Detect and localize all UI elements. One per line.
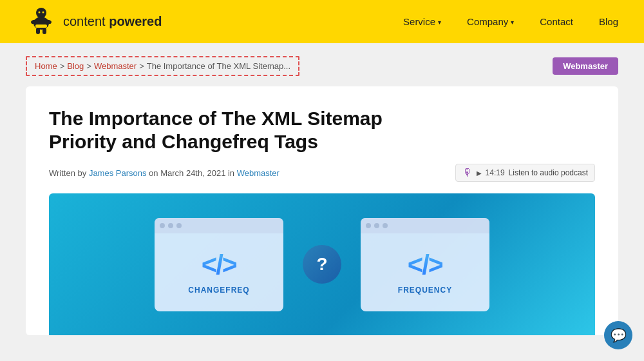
- article-card: The Importance of The XML Sitemap Priori…: [26, 86, 618, 335]
- svg-point-7: [43, 11, 44, 13]
- audio-player[interactable]: 🎙 ▶ 14:19 Listen to audio podcast: [455, 164, 595, 182]
- meta-text: Written by James Parsons on March 24th, …: [49, 168, 279, 178]
- breadcrumb-current: The Importance of The XML Sitemap...: [147, 61, 290, 71]
- dot-5: [374, 223, 379, 228]
- svg-rect-8: [35, 24, 47, 28]
- nav-contact[interactable]: Contact: [540, 16, 573, 27]
- card-body-2: </> FREQUENCY: [361, 233, 489, 311]
- nav-blog[interactable]: Blog: [599, 16, 618, 27]
- main-nav: Service ▾ Company ▾ Contact Blog: [403, 16, 618, 27]
- dot-4: [366, 223, 371, 228]
- breadcrumb-sep-3: >: [139, 61, 144, 71]
- breadcrumb-sep-1: >: [60, 61, 65, 71]
- header: content powered Service ▾ Company ▾ Cont…: [0, 0, 644, 43]
- breadcrumb-home[interactable]: Home: [35, 61, 57, 71]
- dot-6: [383, 223, 388, 228]
- svg-point-0: [36, 8, 46, 18]
- breadcrumb-sep-2: >: [86, 61, 91, 71]
- webmaster-tag-button[interactable]: Webmaster: [553, 57, 618, 75]
- chevron-down-icon: ▾: [438, 19, 441, 26]
- svg-point-6: [39, 11, 41, 13]
- breadcrumb: Home > Blog > Webmaster > The Importance…: [26, 56, 299, 76]
- breadcrumb-blog[interactable]: Blog: [67, 61, 84, 71]
- chat-bubble[interactable]: 💬: [604, 321, 632, 349]
- hero-image: </> CHANGEFREQ ? </> FREQUENCY: [49, 193, 595, 335]
- frequency-card: </> FREQUENCY: [361, 218, 489, 311]
- author-link[interactable]: James Parsons: [89, 168, 147, 178]
- logo-text: content powered: [63, 14, 162, 29]
- question-circle: ?: [303, 245, 341, 284]
- chevron-down-icon: ▾: [511, 19, 514, 26]
- card-label-2: FREQUENCY: [398, 286, 452, 295]
- nav-company[interactable]: Company ▾: [467, 16, 514, 27]
- logo[interactable]: content powered: [26, 6, 162, 37]
- category-link[interactable]: Webmaster: [237, 168, 279, 178]
- chat-icon: 💬: [611, 327, 627, 343]
- question-mark: ?: [316, 254, 327, 275]
- changefreq-card: </> CHANGEFREQ: [155, 218, 283, 311]
- logo-icon: [26, 6, 57, 37]
- dot-3: [176, 223, 182, 228]
- audio-time: 14:19: [486, 168, 505, 177]
- svg-rect-5: [43, 28, 46, 34]
- code-tag-1: </>: [202, 249, 237, 280]
- card-label-1: CHANGEFREQ: [188, 286, 249, 295]
- breadcrumb-row: Home > Blog > Webmaster > The Importance…: [26, 56, 618, 76]
- dot-1: [160, 223, 165, 228]
- main-content: Home > Blog > Webmaster > The Importance…: [0, 43, 644, 348]
- dot-2: [168, 223, 173, 228]
- audio-label: Listen to audio podcast: [509, 168, 588, 177]
- card-titlebar-2: [361, 218, 489, 233]
- audio-icon: 🎙: [462, 167, 473, 179]
- play-button[interactable]: ▶: [477, 170, 482, 177]
- svg-rect-4: [36, 28, 40, 34]
- nav-service[interactable]: Service ▾: [403, 16, 441, 27]
- code-tag-2: </>: [408, 249, 443, 280]
- article-meta: Written by James Parsons on March 24th, …: [49, 164, 595, 182]
- breadcrumb-webmaster[interactable]: Webmaster: [94, 61, 137, 71]
- card-titlebar: [155, 218, 283, 233]
- card-body: </> CHANGEFREQ: [155, 233, 283, 311]
- article-title: The Importance of The XML Sitemap Priori…: [49, 107, 595, 153]
